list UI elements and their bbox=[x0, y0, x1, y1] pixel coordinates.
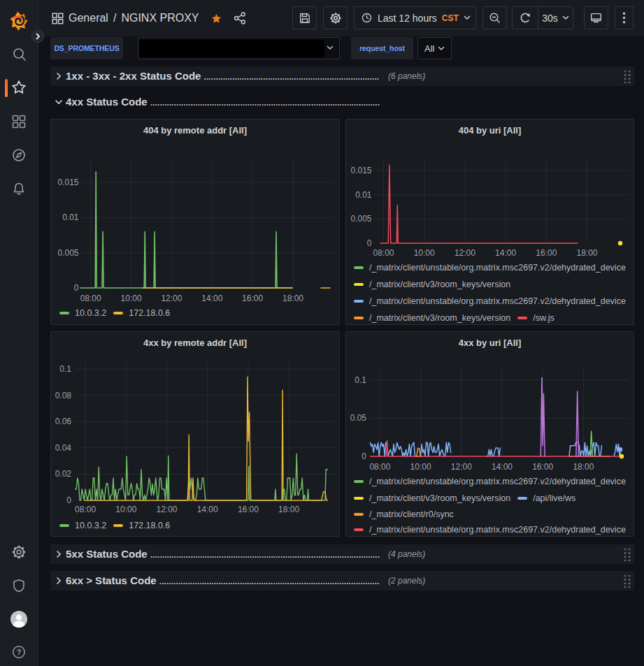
svg-text:0: 0 bbox=[367, 238, 372, 248]
svg-text:10:00: 10:00 bbox=[115, 505, 136, 514]
svg-text:08:00: 08:00 bbox=[373, 248, 394, 258]
svg-text:0.04: 0.04 bbox=[55, 443, 72, 453]
svg-text:12:00: 12:00 bbox=[156, 505, 177, 514]
svg-text:0.1: 0.1 bbox=[59, 364, 71, 374]
svg-text:16:00: 16:00 bbox=[238, 505, 259, 514]
svg-text:12:00: 12:00 bbox=[455, 248, 475, 258]
svg-text:10:00: 10:00 bbox=[121, 294, 142, 303]
svg-text:14:00: 14:00 bbox=[495, 248, 516, 258]
svg-text:08:00: 08:00 bbox=[80, 294, 101, 303]
svg-text:16:00: 16:00 bbox=[242, 294, 263, 303]
svg-text:0.015: 0.015 bbox=[350, 166, 371, 175]
svg-text:10:00: 10:00 bbox=[410, 462, 431, 472]
svg-text:0: 0 bbox=[66, 495, 71, 505]
svg-text:0.1: 0.1 bbox=[355, 375, 366, 385]
svg-text:?: ? bbox=[17, 648, 22, 656]
svg-text:18:00: 18:00 bbox=[282, 294, 303, 303]
svg-text:0.005: 0.005 bbox=[350, 214, 371, 224]
svg-text:14:00: 14:00 bbox=[492, 462, 513, 472]
svg-text:08:00: 08:00 bbox=[75, 505, 96, 514]
svg-text:0.005: 0.005 bbox=[57, 248, 78, 258]
svg-text:0.06: 0.06 bbox=[55, 417, 72, 426]
svg-text:08:00: 08:00 bbox=[369, 462, 390, 472]
svg-text:0: 0 bbox=[362, 451, 366, 461]
svg-text:12:00: 12:00 bbox=[161, 294, 182, 303]
svg-text:18:00: 18:00 bbox=[573, 462, 594, 472]
svg-text:18:00: 18:00 bbox=[576, 248, 597, 258]
svg-text:16:00: 16:00 bbox=[536, 248, 557, 258]
svg-text:18:00: 18:00 bbox=[278, 505, 299, 514]
svg-text:0.08: 0.08 bbox=[55, 391, 72, 400]
svg-text:16:00: 16:00 bbox=[532, 462, 553, 472]
svg-text:0: 0 bbox=[74, 283, 79, 293]
svg-text:0.015: 0.015 bbox=[57, 178, 78, 187]
svg-text:0.02: 0.02 bbox=[55, 469, 72, 479]
svg-text:0.01: 0.01 bbox=[355, 190, 372, 200]
svg-text:0.01: 0.01 bbox=[62, 212, 79, 222]
svg-text:14:00: 14:00 bbox=[197, 505, 218, 514]
svg-text:10:00: 10:00 bbox=[414, 248, 435, 258]
svg-text:12:00: 12:00 bbox=[451, 462, 472, 472]
svg-text:0.05: 0.05 bbox=[350, 413, 367, 423]
svg-text:14:00: 14:00 bbox=[201, 294, 222, 303]
